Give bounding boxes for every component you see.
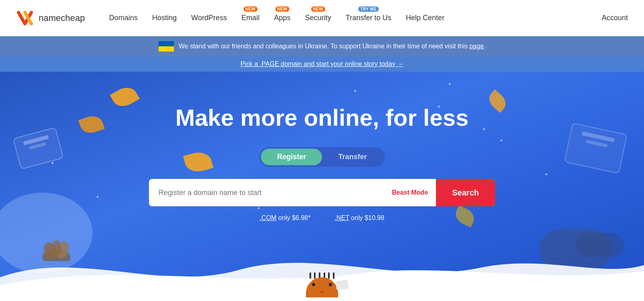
- navbar: namecheap Domains Hosting WordPress NEW …: [0, 0, 644, 36]
- ukraine-text: We stand with our friends and colleagues…: [179, 43, 486, 50]
- apps-badge: NEW: [275, 6, 289, 12]
- ukraine-banner: We stand with our friends and colleagues…: [0, 36, 644, 56]
- domain-search-bar: Beast Mode Search: [149, 179, 495, 206]
- register-tab[interactable]: Register: [261, 149, 322, 165]
- hero-content: Make more online, for less Register Tran…: [0, 104, 644, 222]
- com-price: only $6.98*: [278, 214, 310, 221]
- ukraine-flag: [159, 41, 174, 52]
- nav-label-help: Help Center: [406, 14, 444, 22]
- transfer-tab[interactable]: Transfer: [322, 149, 383, 165]
- logo-text: namecheap: [39, 13, 85, 23]
- ukraine-link[interactable]: page: [469, 43, 484, 50]
- nav-account[interactable]: Account: [602, 14, 628, 22]
- email-badge: NEW: [244, 6, 258, 12]
- pricing-hints: .COM only $6.98* .NET only $10.98: [260, 214, 384, 222]
- search-button[interactable]: Search: [436, 179, 495, 206]
- nav-label-wordpress: WordPress: [191, 14, 227, 22]
- nav-item-domains[interactable]: Domains: [109, 14, 138, 22]
- security-badge: NEW: [311, 6, 325, 12]
- mascot-creature: [306, 277, 338, 297]
- nav-label-apps: Apps: [274, 14, 291, 22]
- nav-label-security: Security: [305, 14, 331, 22]
- transfer-badge: TRY ME: [358, 6, 378, 12]
- beast-mode-button[interactable]: Beast Mode: [384, 179, 436, 206]
- nav-item-email[interactable]: NEW Email: [242, 14, 260, 22]
- com-pricing: .COM only $6.98*: [260, 214, 310, 222]
- logo[interactable]: namecheap: [16, 11, 85, 25]
- promo-banner: Pick a .PAGE domain and start your onlin…: [0, 56, 644, 72]
- flag-blue: [159, 41, 174, 46]
- creature-body: [306, 277, 338, 297]
- nav-item-help[interactable]: Help Center: [406, 14, 444, 22]
- nav-label-transfer: Transfer to Us: [346, 14, 391, 22]
- nav-right: Account: [602, 14, 628, 22]
- net-price: only $10.98: [351, 214, 384, 221]
- com-link[interactable]: .COM: [260, 214, 277, 221]
- domain-tab-group: Register Transfer: [259, 147, 384, 167]
- nav-label-hosting: Hosting: [152, 14, 177, 22]
- hero-title: Make more online, for less: [175, 104, 469, 131]
- nav-item-hosting[interactable]: Hosting: [152, 14, 177, 22]
- promo-link[interactable]: Pick a .PAGE domain and start your onlin…: [240, 60, 403, 67]
- hero-section: Make more online, for less Register Tran…: [0, 72, 644, 297]
- nav-item-wordpress[interactable]: WordPress: [191, 14, 227, 22]
- nav-item-transfer[interactable]: TRY ME Transfer to Us: [346, 14, 391, 22]
- net-pricing: .NET only $10.98: [334, 214, 384, 222]
- nav-item-apps[interactable]: NEW Apps: [274, 14, 291, 22]
- nav-links: Domains Hosting WordPress NEW Email NEW …: [109, 14, 602, 22]
- namecheap-logo-icon: [16, 11, 35, 25]
- nav-item-security[interactable]: NEW Security: [305, 14, 331, 22]
- net-link[interactable]: .NET: [334, 214, 349, 221]
- domain-search-input[interactable]: [149, 179, 384, 206]
- nav-label-domains: Domains: [109, 14, 138, 22]
- flag-yellow: [159, 46, 174, 52]
- nav-label-email: Email: [242, 14, 260, 22]
